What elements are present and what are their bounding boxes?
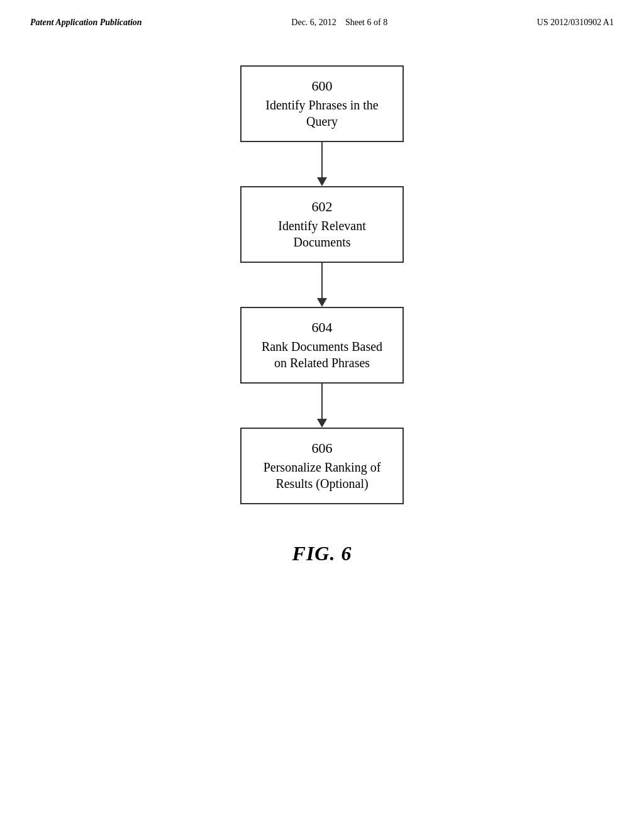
box-604-label: Rank Documents Based on Related Phrases xyxy=(262,340,382,370)
flowchart: 600 Identify Phrases in the Query 602 Id… xyxy=(240,65,404,504)
box-604-number: 604 xyxy=(254,319,390,336)
arrow-head-1 xyxy=(317,177,327,186)
date-label: Dec. 6, 2012 xyxy=(291,18,336,27)
arrow-2 xyxy=(317,263,327,307)
arrow-line-3 xyxy=(321,384,323,419)
publication-label: Patent Application Publication xyxy=(30,18,142,28)
flow-box-602: 602 Identify Relevant Documents xyxy=(240,186,404,263)
box-602-label: Identify Relevant Documents xyxy=(278,219,365,249)
arrow-3 xyxy=(317,384,327,428)
box-600-label: Identify Phrases in the Query xyxy=(265,98,378,128)
box-606-number: 606 xyxy=(254,440,390,456)
arrow-line-2 xyxy=(321,263,323,298)
patent-number-label: US 2012/0310902 A1 xyxy=(537,18,614,28)
arrow-line-1 xyxy=(321,142,323,177)
box-602-number: 602 xyxy=(254,199,390,215)
arrow-head-2 xyxy=(317,298,327,307)
flow-box-604: 604 Rank Documents Based on Related Phra… xyxy=(240,307,404,384)
flow-box-600: 600 Identify Phrases in the Query xyxy=(240,65,404,142)
box-606-label: Personalize Ranking of Results (Optional… xyxy=(264,460,381,490)
arrow-1 xyxy=(317,142,327,186)
diagram-container: 600 Identify Phrases in the Query 602 Id… xyxy=(0,65,644,565)
box-600-number: 600 xyxy=(254,78,390,94)
flow-box-606: 606 Personalize Ranking of Results (Opti… xyxy=(240,428,404,504)
arrow-head-3 xyxy=(317,419,327,428)
page-header: Patent Application Publication Dec. 6, 2… xyxy=(0,0,644,28)
date-sheet-label: Dec. 6, 2012 Sheet 6 of 8 xyxy=(291,18,387,28)
sheet-label: Sheet 6 of 8 xyxy=(345,18,387,27)
figure-label: FIG. 6 xyxy=(292,542,352,565)
